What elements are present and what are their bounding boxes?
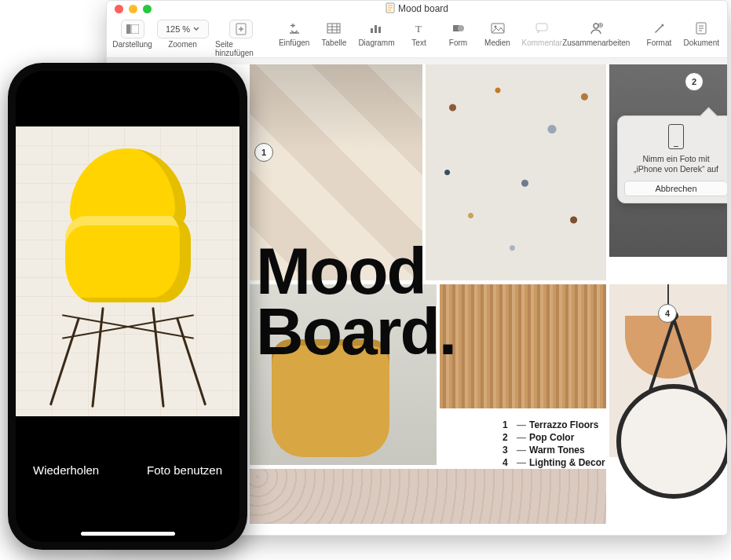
toolbar-chart-label: Diagramm — [358, 38, 394, 47]
svg-text:T: T — [415, 23, 422, 34]
document-title-line1: Mood — [256, 241, 455, 302]
annotation-4[interactable]: 4 — [658, 304, 677, 323]
text-icon: T — [408, 20, 430, 37]
iphone-device: Wiederholen Foto benutzen — [8, 63, 247, 550]
table-icon — [323, 20, 345, 37]
comment-icon — [531, 20, 553, 37]
toolbar-view[interactable]: Darstellung — [115, 20, 150, 49]
toolbar-zoom-label: Zoomen — [168, 40, 197, 49]
legend-row: 4—Lighting & Decor — [503, 457, 605, 468]
svg-rect-5 — [371, 28, 373, 33]
document-panel-icon — [690, 20, 712, 37]
svg-rect-13 — [536, 24, 547, 31]
toolbar-shape[interactable]: Form — [444, 20, 473, 47]
legend-row: 1—Terrazzo Floors — [503, 419, 605, 430]
window-titlebar: Mood board — [107, 1, 727, 16]
svg-point-18 — [619, 386, 727, 496]
svg-point-10 — [458, 25, 464, 31]
home-indicator[interactable] — [81, 532, 175, 536]
svg-rect-6 — [375, 25, 377, 33]
chart-icon — [365, 20, 387, 37]
media-icon — [487, 20, 509, 37]
toolbar-insert-label: Einfügen — [279, 38, 309, 47]
popover-cancel-button[interactable]: Abbrechen — [624, 181, 727, 196]
toolbar-insert[interactable]: Einfügen — [279, 20, 309, 47]
toolbar-collaborate[interactable]: Zusammenarbeiten — [562, 20, 630, 47]
toolbar-media-label: Medien — [484, 38, 510, 47]
yellow-chair-illustration — [65, 216, 191, 302]
document-icon — [386, 2, 395, 16]
svg-rect-4 — [327, 24, 340, 33]
legend-row: 2—Pop Color — [503, 432, 605, 443]
legend-row: 3—Warm Tones — [503, 445, 605, 456]
chevron-down-icon — [193, 27, 199, 31]
camera-photo-preview[interactable] — [16, 94, 239, 448]
toolbar-format-label: Format — [647, 38, 672, 47]
toolbar-document[interactable]: Dokument — [683, 20, 719, 47]
collaborate-icon — [585, 20, 607, 37]
toolbar-add-page[interactable]: Seite hinzufügen — [215, 20, 267, 57]
toolbar: Darstellung 125 % Zoomen Seite hinzufüge… — [107, 16, 727, 58]
view-icon — [121, 20, 144, 38]
use-photo-button[interactable]: Foto benutzen — [147, 463, 222, 477]
add-page-icon — [229, 20, 253, 38]
toolbar-view-label: Darstellung — [112, 40, 152, 49]
toolbar-table[interactable]: Tabelle — [319, 20, 349, 47]
toolbar-text-label: Text — [411, 38, 426, 47]
window-title-text: Mood board — [398, 3, 448, 14]
legend[interactable]: 1—Terrazzo Floors 2—Pop Color 3—Warm Ton… — [503, 418, 605, 470]
toolbar-media[interactable]: Medien — [483, 20, 513, 47]
window-title: Mood board — [107, 2, 727, 16]
svg-rect-1 — [126, 24, 130, 34]
zoom-value-pill[interactable]: 125 % — [157, 20, 209, 38]
svg-rect-7 — [378, 27, 381, 33]
document-title[interactable]: Mood Board. — [256, 241, 455, 363]
toolbar-text[interactable]: T Text — [404, 20, 434, 47]
image-fur-rug[interactable] — [250, 469, 606, 524]
iphone-icon — [668, 124, 684, 149]
svg-point-14 — [594, 24, 598, 28]
annotation-1[interactable]: 1 — [254, 143, 273, 162]
svg-rect-2 — [131, 24, 139, 34]
iphone-notch — [73, 71, 183, 91]
continuity-camera-popover: Nimm ein Foto mit „iPhone von Derek“ auf… — [617, 115, 727, 203]
toolbar-format[interactable]: Format — [644, 20, 674, 47]
annotation-2[interactable]: 2 — [685, 72, 704, 91]
toolbar-table-label: Tabelle — [322, 38, 347, 47]
toolbar-comment: Kommentar — [522, 20, 563, 47]
retake-button[interactable]: Wiederholen — [33, 463, 99, 477]
toolbar-zoom[interactable]: 125 % Zoomen — [159, 20, 206, 49]
shape-icon — [448, 20, 470, 37]
toolbar-comment-label: Kommentar — [522, 38, 563, 47]
document-title-line2: Board. — [256, 302, 455, 362]
toolbar-shape-label: Form — [449, 38, 467, 47]
svg-point-12 — [494, 26, 496, 28]
captured-photo — [16, 126, 239, 416]
toolbar-chart[interactable]: Diagramm — [358, 20, 394, 47]
camera-bottom-bar: Wiederholen Foto benutzen — [16, 448, 239, 542]
zoom-value: 125 % — [166, 24, 190, 34]
image-wood-grain[interactable] — [440, 284, 606, 408]
toolbar-collaborate-label: Zusammenarbeiten — [562, 38, 630, 47]
toolbar-document-label: Dokument — [683, 38, 719, 47]
toolbar-add-page-label: Seite hinzufügen — [215, 40, 267, 57]
popover-caption: Nimm ein Foto mit „iPhone von Derek“ auf — [624, 154, 727, 174]
format-icon — [648, 20, 670, 37]
iphone-screen: Wiederholen Foto benutzen — [16, 71, 239, 542]
insert-icon — [283, 20, 305, 37]
